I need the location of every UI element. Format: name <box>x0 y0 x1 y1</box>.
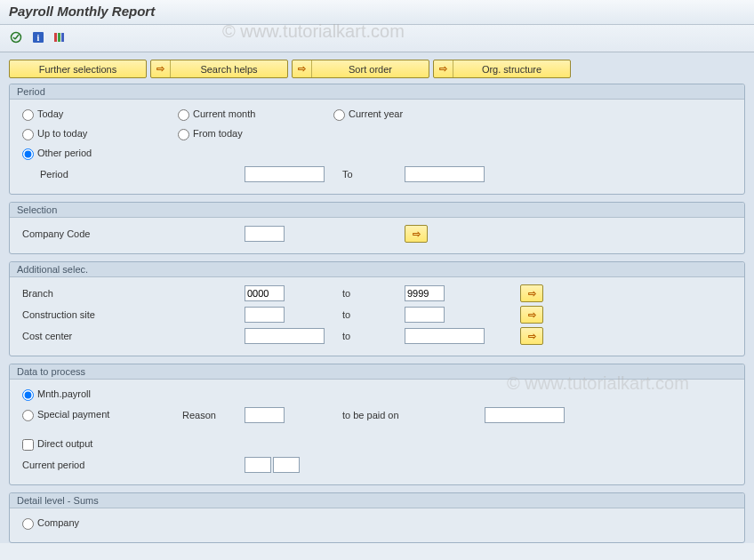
branch-from-input[interactable] <box>245 285 285 301</box>
title-bar: Payroll Monthly Report <box>0 0 754 25</box>
arrow-right-icon: ⇨ <box>528 309 536 321</box>
button-label: Further selections <box>39 64 116 75</box>
svg-rect-5 <box>61 33 64 42</box>
selection-group: Selection Company Code ⇨ <box>9 202 745 254</box>
group-title: Detail level - Sums <box>10 493 744 508</box>
checkbox-direct-output[interactable]: Direct output <box>22 438 92 451</box>
button-label: Sort order <box>312 64 429 75</box>
label-text: Current month <box>193 108 255 119</box>
radio-current-month[interactable]: Current month <box>178 108 255 121</box>
button-label: Search helps <box>171 64 287 75</box>
paid-on-label: to be paid on <box>342 410 485 420</box>
company-code-label: Company Code <box>22 228 245 239</box>
search-helps-button[interactable]: ⇨ Search helps <box>150 60 288 78</box>
sort-order-button[interactable]: ⇨ Sort order <box>292 60 429 78</box>
label-text: Today <box>37 108 63 119</box>
label-text: Special payment <box>37 409 109 420</box>
label-text: Direct output <box>37 438 92 449</box>
current-period-label: Current period <box>22 460 245 470</box>
period-group: Period Today Current month Current year … <box>9 84 745 195</box>
multiple-selection-button[interactable]: ⇨ <box>405 225 428 243</box>
radio-company[interactable]: Company <box>22 517 79 530</box>
org-structure-button[interactable]: ⇨ Org. structure <box>433 60 571 78</box>
cost-center-to-input[interactable] <box>405 328 485 344</box>
current-period-input-1[interactable] <box>245 457 271 473</box>
arrow-right-icon: ⇨ <box>293 60 312 77</box>
page-title: Payroll Monthly Report <box>9 4 745 19</box>
cost-center-from-input[interactable] <box>245 328 325 344</box>
svg-rect-3 <box>54 33 57 42</box>
svg-text:i: i <box>37 33 40 43</box>
svg-rect-4 <box>58 33 60 42</box>
arrow-right-icon: ⇨ <box>528 331 536 342</box>
further-selections-button[interactable]: Further selections <box>9 60 147 78</box>
group-title: Period <box>10 84 744 100</box>
period-label: Period <box>22 169 245 180</box>
label-text: Other period <box>37 148 92 158</box>
cost-center-label: Cost center <box>22 331 245 341</box>
data-to-process-group: Data to process Mnth.payroll Special pay… <box>9 364 745 485</box>
label-text: Mnth.payroll <box>37 388 91 399</box>
radio-from-today[interactable]: From today <box>178 128 243 140</box>
label-text: From today <box>193 128 243 139</box>
to-label: to <box>342 309 405 320</box>
multiple-selection-button[interactable]: ⇨ <box>520 306 543 324</box>
arrow-right-icon: ⇨ <box>413 228 421 240</box>
selection-buttons: Further selections ⇨ Search helps ⇨ Sort… <box>9 60 745 78</box>
to-label: To <box>342 169 405 180</box>
group-title: Additional selec. <box>10 262 744 277</box>
construction-from-input[interactable] <box>245 307 285 323</box>
color-bars-icon[interactable] <box>52 30 68 44</box>
button-label: Org. structure <box>453 64 570 75</box>
label-text: Company <box>37 517 79 528</box>
period-from-input[interactable] <box>245 166 325 182</box>
detail-level-group: Detail level - Sums Company <box>9 492 745 543</box>
group-title: Data to process <box>10 364 744 380</box>
execute-icon[interactable] <box>9 30 25 44</box>
multiple-selection-button[interactable]: ⇨ <box>520 327 543 345</box>
additional-selection-group: Additional selec. Branch to ⇨ Constructi… <box>9 261 745 356</box>
radio-today[interactable]: Today <box>22 108 63 121</box>
construction-to-input[interactable] <box>405 307 445 323</box>
current-period-input-2[interactable] <box>273 457 300 473</box>
group-title: Selection <box>10 203 744 218</box>
branch-to-input[interactable] <box>405 285 445 301</box>
to-label: to <box>342 331 405 341</box>
paid-on-input[interactable] <box>485 407 565 423</box>
reason-label: Reason <box>182 410 245 420</box>
toolbar: i <box>0 25 754 52</box>
arrow-right-icon: ⇨ <box>434 60 453 77</box>
radio-current-year[interactable]: Current year <box>333 108 403 121</box>
label-text: Up to today <box>37 128 87 139</box>
multiple-selection-button[interactable]: ⇨ <box>520 284 543 302</box>
radio-special-payment[interactable]: Special payment <box>22 409 109 420</box>
radio-mnth-payroll[interactable]: Mnth.payroll <box>22 388 91 401</box>
construction-label: Construction site <box>22 309 245 320</box>
label-text: Current year <box>349 108 403 119</box>
arrow-right-icon: ⇨ <box>151 60 171 77</box>
content-area: Further selections ⇨ Search helps ⇨ Sort… <box>0 52 754 543</box>
company-code-input[interactable] <box>245 226 285 242</box>
branch-label: Branch <box>22 288 245 299</box>
period-to-input[interactable] <box>405 166 485 182</box>
to-label: to <box>342 288 405 299</box>
arrow-right-icon: ⇨ <box>528 288 536 300</box>
info-icon[interactable]: i <box>30 30 46 44</box>
reason-input[interactable] <box>245 407 285 423</box>
radio-other-period[interactable]: Other period <box>22 148 92 160</box>
radio-up-to-today[interactable]: Up to today <box>22 128 87 140</box>
